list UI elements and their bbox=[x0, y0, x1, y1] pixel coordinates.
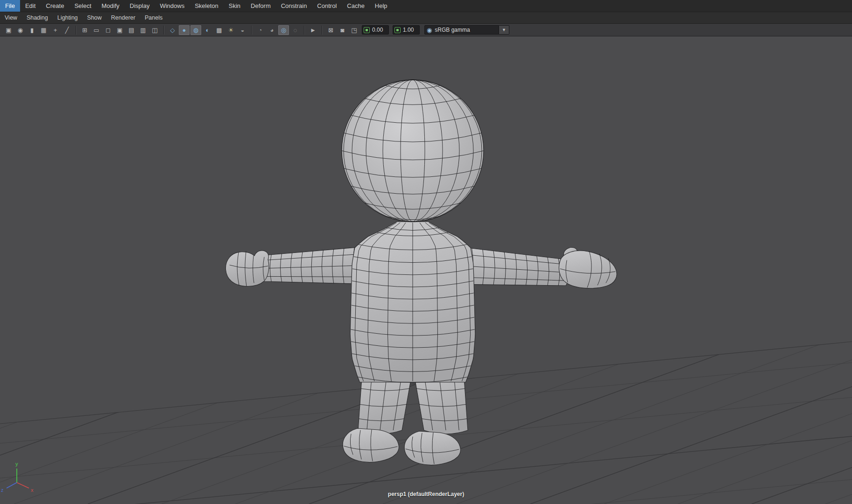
gamma-icon bbox=[394, 27, 401, 33]
safe-title-icon[interactable]: ◫ bbox=[149, 25, 160, 35]
maya-window: FileEditCreateSelectModifyDisplayWindows… bbox=[0, 0, 852, 504]
view-transform-value: sRGB gamma bbox=[435, 27, 470, 33]
panel-menu-panels[interactable]: Panels bbox=[140, 12, 167, 23]
grease-pencil-icon[interactable]: ╱ bbox=[62, 25, 72, 35]
field-chart-icon[interactable]: ▤ bbox=[126, 25, 137, 35]
resolution-gate-icon[interactable]: ◻ bbox=[103, 25, 113, 35]
camera-attributes-icon[interactable]: ◉ bbox=[15, 25, 26, 35]
image-plane-icon[interactable]: ▦ bbox=[38, 25, 49, 35]
grid-toggle-icon[interactable]: ⊞ bbox=[79, 25, 90, 35]
viewport-scene: yxz bbox=[0, 36, 852, 504]
wireframe-display-icon[interactable]: ◇ bbox=[167, 25, 178, 35]
menu-deform[interactable]: Deform bbox=[246, 0, 276, 12]
menu-control[interactable]: Control bbox=[312, 0, 342, 12]
film-gate-icon[interactable]: ▭ bbox=[91, 25, 102, 35]
toolbar-separator bbox=[304, 26, 304, 35]
multisampling-icon[interactable]: ⊠ bbox=[325, 25, 336, 35]
menu-bar: FileEditCreateSelectModifyDisplayWindows… bbox=[0, 0, 852, 12]
menu-create[interactable]: Create bbox=[41, 0, 69, 12]
panel-menu-renderer[interactable]: Renderer bbox=[106, 12, 140, 23]
menu-file[interactable]: File bbox=[0, 0, 20, 12]
menu-modify[interactable]: Modify bbox=[97, 0, 125, 12]
toolbar-separator bbox=[251, 26, 252, 35]
view-transform-icon: ◉ bbox=[427, 27, 432, 33]
menu-select[interactable]: Select bbox=[69, 0, 96, 12]
display-toolbar-groups: ▣◉▮▦+╱⊞▭◻▣▤▥◫◇●◍◐▩☀◒◔◕◎◌►⊠◙◳ bbox=[3, 25, 360, 35]
menu-skeleton[interactable]: Skeleton bbox=[190, 0, 224, 12]
isolate-select-icon[interactable]: ► bbox=[308, 25, 318, 35]
wireframe-on-shaded-icon[interactable]: ◍ bbox=[190, 25, 201, 35]
exposure-value[interactable]: 0.00 bbox=[372, 27, 385, 33]
2d-pan-zoom-icon[interactable]: + bbox=[50, 25, 61, 35]
panel-toolbar: ▣◉▮▦+╱⊞▭◻▣▤▥◫◇●◍◐▩☀◒◔◕◎◌►⊠◙◳ 0.00 1.00 ◉… bbox=[0, 24, 852, 36]
in-view-messages-icon[interactable]: ◳ bbox=[349, 25, 359, 35]
gamma-field[interactable]: 1.00 bbox=[393, 25, 420, 35]
screen-space-ao-icon[interactable]: ◎ bbox=[278, 25, 289, 35]
safe-action-icon[interactable]: ▥ bbox=[138, 25, 148, 35]
exposure-field[interactable]: 0.00 bbox=[362, 25, 389, 35]
menu-skin[interactable]: Skin bbox=[224, 0, 246, 12]
menu-display[interactable]: Display bbox=[125, 0, 155, 12]
textured-display-icon[interactable]: ◐ bbox=[202, 25, 213, 35]
toolbar-separator bbox=[322, 26, 322, 35]
smooth-shade-all-icon[interactable]: ● bbox=[179, 25, 190, 35]
menu-cache[interactable]: Cache bbox=[342, 0, 370, 12]
axis-z-label: z bbox=[1, 487, 4, 493]
axis-x-label: x bbox=[31, 487, 34, 493]
panel-menu-shading[interactable]: Shading bbox=[22, 12, 53, 23]
menu-constrain[interactable]: Constrain bbox=[276, 0, 312, 12]
menu-edit[interactable]: Edit bbox=[20, 0, 41, 12]
menu-windows[interactable]: Windows bbox=[155, 0, 190, 12]
torso bbox=[350, 222, 475, 383]
view-transform-dropdown-arrow[interactable]: ▼ bbox=[499, 25, 509, 35]
shadows-toggle-icon[interactable]: ◒ bbox=[237, 25, 248, 35]
select-camera-tool-icon[interactable]: ▣ bbox=[3, 25, 14, 35]
panel-menu-view[interactable]: View bbox=[0, 12, 22, 23]
gamma-value[interactable]: 1.00 bbox=[403, 27, 416, 33]
bookmark-camera-icon[interactable]: ▮ bbox=[27, 25, 37, 35]
panel-menu-lighting[interactable]: Lighting bbox=[53, 12, 83, 23]
xray-joints-icon[interactable]: ◕ bbox=[267, 25, 277, 35]
depth-of-field-icon[interactable]: ◙ bbox=[337, 25, 348, 35]
left-hand bbox=[225, 251, 269, 287]
motion-blur-icon[interactable]: ◌ bbox=[290, 25, 301, 35]
axis-y-label: y bbox=[15, 461, 18, 467]
viewport[interactable]: yxz persp1 (defaultRenderLayer) bbox=[0, 36, 852, 504]
view-transform-combo[interactable]: ◉ sRGB gamma bbox=[424, 25, 499, 35]
toolbar-separator bbox=[76, 26, 76, 35]
head bbox=[342, 80, 484, 222]
xray-display-icon[interactable]: ◔ bbox=[255, 25, 266, 35]
panel-menu-show[interactable]: Show bbox=[83, 12, 106, 23]
use-default-material-icon[interactable]: ▩ bbox=[214, 25, 225, 35]
toolbar-separator bbox=[163, 26, 164, 35]
lighting-toggle-icon[interactable]: ☀ bbox=[225, 25, 236, 35]
exposure-icon bbox=[364, 27, 370, 33]
gate-mask-icon[interactable]: ▣ bbox=[114, 25, 125, 35]
menu-help[interactable]: Help bbox=[370, 0, 393, 12]
panel-menu-bar: ViewShadingLightingShowRendererPanels bbox=[0, 12, 852, 24]
